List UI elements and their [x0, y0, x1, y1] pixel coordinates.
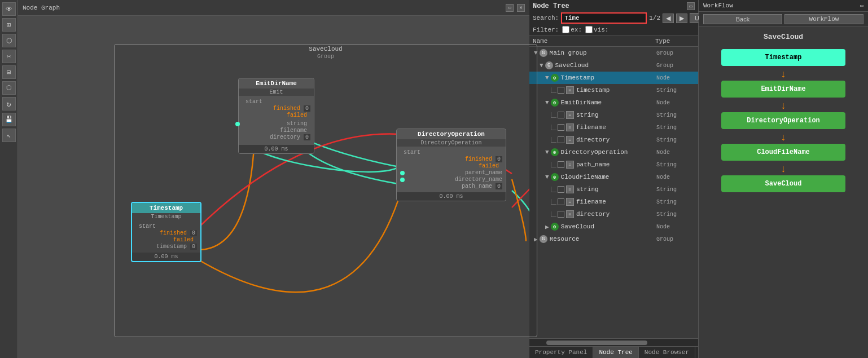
toolbar-grid-btn[interactable] [2, 65, 16, 79]
timestamp-failed-port: failed [173, 237, 194, 243]
emitdir-tree-name: EmitDirName [561, 99, 656, 106]
search-prev-btn[interactable]: ◀ [663, 14, 674, 23]
workflow-top-title: WorkFlow [703, 2, 733, 9]
filter-vis-checkbox[interactable] [585, 26, 593, 33]
toolbar-scissors-btn[interactable] [2, 50, 16, 63]
directoryop-node-subtitle: DirectoryOperation [397, 139, 506, 147]
wf-node-emitdirname[interactable]: EmitDirName [721, 81, 845, 98]
right-panels: Node Tree ▭ Search: 1/2 ◀ ▶ Update Filte… [529, 0, 868, 358]
emit-string-dot [235, 122, 240, 126]
node-graph-canvas[interactable]: SaveCloud Group Timestamp Timestamp star… [18, 16, 529, 358]
emit-filename-type: String [656, 125, 696, 131]
workflow-nav-btn[interactable]: WorkFlow [784, 14, 863, 24]
tree-item-cloudfile-directory[interactable]: ≡ directory String [529, 208, 698, 220]
tree-item-emit-filename[interactable]: ≡ filename String [529, 121, 698, 134]
dirop-dirname-dot [400, 178, 405, 182]
filter-label: Filter: [533, 26, 559, 33]
workflow-nav: Back WorkFlow [699, 12, 868, 27]
dirop-tree-name: DirectoryOperation [561, 149, 656, 156]
cloudfile-str-name: string [576, 186, 656, 193]
savecloud-node-icon: ⚙ [551, 223, 559, 231]
wf-arrow-4: ↓ [781, 164, 787, 174]
back-button[interactable]: Back [703, 14, 782, 24]
tree-item-savecloud-node[interactable]: ▶ ⚙ SaveCloud Node [529, 220, 698, 233]
expand-arrow-savecloud: ▼ [540, 62, 543, 69]
tree-item-timestamp-string[interactable]: ≡ timestamp String [529, 84, 698, 96]
ts-string-icon: ≡ [566, 86, 574, 94]
emit-string-checkbox[interactable] [558, 112, 564, 118]
cloudfile-filename-icon: ≡ [566, 198, 574, 206]
tree-content[interactable]: ▼ G Main group Group ▼ G SaveCloud Group… [529, 47, 698, 338]
cloudfile-filename-name: filename [576, 198, 656, 205]
cloudfile-directory-name: directory [576, 211, 656, 218]
tree-scrollbar-area[interactable] [529, 338, 698, 346]
tree-item-cloudfile-filename[interactable]: ≡ filename String [529, 196, 698, 208]
cloudfile-filename-checkbox[interactable] [558, 198, 564, 205]
toolbar-eye-btn[interactable] [2, 2, 16, 16]
filter-vis-check[interactable]: vis: [585, 26, 608, 33]
toolbar-refresh-btn[interactable] [2, 97, 16, 111]
toolbar-cursor-btn[interactable] [2, 129, 16, 142]
savecloud-group-name: SaveCloud [555, 62, 656, 69]
emit-directory-checkbox[interactable] [558, 136, 564, 143]
node-graph-header: Node Graph ▭ ✕ [18, 0, 529, 16]
node-graph-close-btn[interactable]: ✕ [517, 4, 525, 12]
tab-node-tree[interactable]: Node Tree [593, 347, 638, 358]
tree-item-cloudfile-string[interactable]: ≡ string String [529, 183, 698, 196]
wf-arrow-3: ↓ [781, 132, 787, 143]
tree-item-maingroup[interactable]: ▼ G Main group Group [529, 47, 698, 59]
emit-directory-type: String [656, 137, 696, 143]
tree-item-emit-string[interactable]: ≡ string String [529, 109, 698, 121]
node-graph-restore-btn[interactable]: ▭ [506, 4, 514, 12]
search-input[interactable] [561, 12, 647, 24]
tree-item-dirop-pathname[interactable]: ≡ path_name String [529, 158, 698, 171]
wf-node-savecloud[interactable]: SaveCloud [721, 175, 845, 192]
emitdirname-node[interactable]: EmitDirName Emit start finished 0 failed [238, 78, 314, 154]
workflow-panel: WorkFlow ▭ Back WorkFlow SaveCloud Times… [699, 0, 868, 358]
toolbar-layers-btn[interactable] [2, 18, 16, 32]
workflow-win-btn[interactable]: ▭ [860, 2, 863, 9]
directoryop-node[interactable]: DirectoryOperation DirectoryOperation st… [396, 129, 506, 201]
cloudfile-directory-checkbox[interactable] [558, 211, 564, 218]
tree-item-savecloud-group[interactable]: ▼ G SaveCloud Group [529, 59, 698, 72]
toolbar-graph-btn[interactable] [2, 81, 16, 95]
tree-item-cloudfilename[interactable]: ▼ ⚙ CloudFileName Node [529, 171, 698, 183]
emit-string-port: string [287, 121, 307, 127]
ts-string-type: String [656, 87, 696, 94]
expand-arrow-timestamp: ▼ [545, 74, 549, 81]
filter-ex-checkbox[interactable] [562, 26, 569, 33]
tree-item-emitdirname[interactable]: ▼ ⚙ EmitDirName Node [529, 96, 698, 109]
timestamp-node-subtitle: Timestamp [132, 213, 200, 220]
search-next-btn[interactable]: ▶ [676, 14, 687, 23]
ts-string-checkbox[interactable] [558, 87, 564, 94]
tree-item-resource[interactable]: ▶ G Resource Group [529, 233, 698, 245]
tree-bottom-tabs: Property Panel Node Tree Node Browser [529, 346, 698, 358]
tree-item-dirop[interactable]: ▼ ⚙ DirectoryOperation Node [529, 146, 698, 158]
cloudfile-string-checkbox[interactable] [558, 186, 564, 193]
timestamp-start-port: start [139, 223, 156, 229]
tree-scrollbar[interactable] [546, 341, 647, 345]
timestamp-ts-port: timestamp [156, 244, 187, 250]
cloudfile-directory-icon: ≡ [566, 210, 574, 218]
node-tree-restore-btn[interactable]: ▭ [687, 2, 695, 10]
toolbar-save-btn[interactable] [2, 113, 16, 126]
node-tree-title: Node Tree [533, 2, 569, 10]
dirop-pathname-checkbox[interactable] [558, 161, 564, 168]
tree-item-emit-directory[interactable]: ≡ directory String [529, 134, 698, 146]
tree-item-timestamp[interactable]: ▼ ⚙ Timestamp Node [529, 72, 698, 84]
wf-node-cloudfilename[interactable]: CloudFileName [721, 144, 845, 161]
emit-directory-port: directory [270, 134, 300, 140]
tab-property-panel[interactable]: Property Panel [529, 347, 593, 358]
toolbar-node-btn[interactable] [2, 34, 16, 47]
tab-node-browser[interactable]: Node Browser [639, 347, 695, 358]
emit-filename-checkbox[interactable] [558, 124, 564, 131]
wf-node-directoryop[interactable]: DirectoryOperation [721, 112, 845, 129]
filter-ex-check[interactable]: ex: [562, 26, 582, 33]
timestamp-node[interactable]: Timestamp Timestamp start finished 0 fai… [131, 202, 201, 262]
maingroup-icon: G [540, 49, 547, 57]
search-count: 1/2 [649, 15, 660, 21]
emit-str-icon: ≡ [566, 111, 574, 119]
wf-node-timestamp[interactable]: Timestamp [721, 49, 845, 66]
timestamp-timer: 0.00 ms [132, 253, 200, 261]
expand-arrow-cloudfile: ▼ [545, 174, 549, 180]
